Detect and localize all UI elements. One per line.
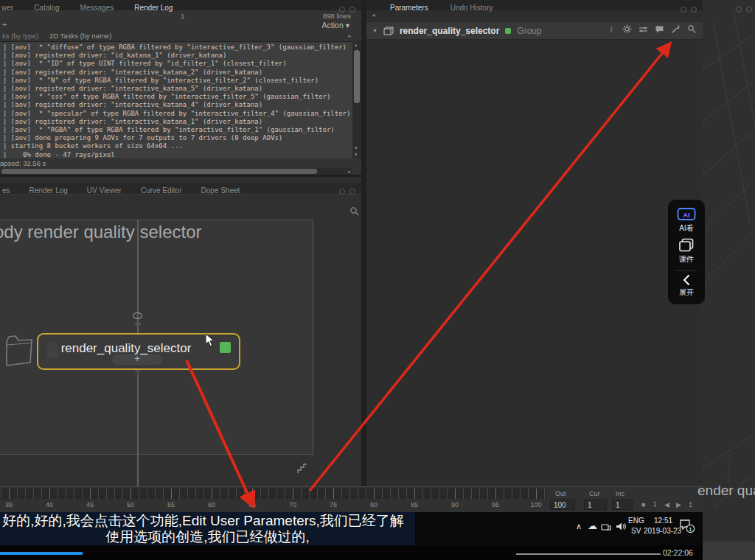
node-status-green bbox=[505, 28, 511, 34]
tick-label-3: 50 bbox=[127, 501, 134, 508]
scroll-down-icon[interactable]: ▾ bbox=[355, 145, 358, 151]
expand-plus-icon[interactable]: + bbox=[112, 354, 162, 364]
collapse-triangle-icon[interactable]: ▼ bbox=[372, 28, 378, 33]
wrench-icon[interactable] bbox=[671, 24, 681, 34]
tick-label-11: 90 bbox=[451, 501, 459, 508]
video-progress-played[interactable] bbox=[0, 552, 83, 555]
node-graph-tab-1[interactable]: Render Log bbox=[29, 186, 68, 196]
gear-icon[interactable] bbox=[622, 24, 632, 34]
input-port-icon[interactable] bbox=[133, 312, 142, 319]
frame-back-icon[interactable]: ◀ bbox=[664, 500, 669, 510]
cloud-icon[interactable]: ☁ bbox=[588, 520, 597, 531]
tray-clock-date[interactable]: 2019-03-23 bbox=[644, 527, 681, 535]
log-horizontal-scrollbar[interactable]: ▸ bbox=[0, 168, 352, 175]
key-prev-icon[interactable]: ↧ bbox=[652, 500, 658, 510]
timeline-ticks[interactable] bbox=[0, 489, 546, 499]
action-dropdown[interactable]: Action ▾ bbox=[322, 21, 349, 29]
tick-label-0: 35 bbox=[5, 501, 13, 508]
sidebar-label: 课件 bbox=[668, 254, 705, 265]
subtab-by-type[interactable]: ks (by type) bbox=[2, 32, 38, 40]
pane-controls[interactable] bbox=[676, 2, 697, 15]
subtab-by-name[interactable]: 2D Tasks (by name) bbox=[49, 32, 111, 40]
node-graph-tab-2[interactable]: UV Viewer bbox=[87, 186, 122, 196]
sidebar-item-ai-view[interactable]: AI AI看 bbox=[668, 207, 705, 234]
out-label: Out bbox=[555, 490, 566, 497]
video-player-bar: 02:22:06 bbox=[0, 545, 703, 560]
tick-label-12: 95 bbox=[492, 501, 499, 508]
tray-language-primary[interactable]: ENG bbox=[628, 517, 644, 525]
node-graph-tab-4[interactable]: Dope Sheet bbox=[201, 186, 240, 196]
sidebar-label: AI看 bbox=[668, 223, 705, 234]
scroll-thumb-h[interactable] bbox=[1, 169, 317, 174]
viewport-grid bbox=[703, 0, 755, 560]
node-expand-area[interactable]: + bbox=[112, 354, 162, 365]
scroll-down-icon-2[interactable]: ▾ bbox=[355, 152, 358, 158]
tick-label-4: 55 bbox=[167, 501, 175, 508]
key-next-icon[interactable]: ↥ bbox=[688, 500, 694, 510]
group-node-icon bbox=[383, 27, 394, 35]
collapse-icon bbox=[668, 274, 705, 286]
inc-label: Inc bbox=[616, 490, 624, 497]
sidebar-label: 展开 bbox=[668, 287, 705, 298]
log-line-13: | 0% done - 47 rays/pixel bbox=[3, 151, 352, 158]
add-button[interactable]: + bbox=[2, 20, 7, 29]
tray-expand-icon[interactable]: ∧ bbox=[576, 522, 582, 531]
log-vertical-scrollbar[interactable]: ▴ ▾ ▾ bbox=[352, 41, 361, 158]
log-line-5: | [aov] registered driver: "interactive_… bbox=[3, 85, 352, 93]
scroll-right-icon[interactable]: ▸ bbox=[348, 169, 351, 175]
courseware-icon bbox=[668, 238, 705, 253]
filter-icon[interactable]: ▸ bbox=[348, 33, 351, 39]
log-line-0: | [aov] * "diffuse" of type RGBA filtere… bbox=[3, 43, 352, 52]
video-progress-line[interactable] bbox=[516, 553, 661, 555]
tick-label-13: 100 bbox=[530, 501, 541, 508]
pin-icon[interactable] bbox=[607, 25, 616, 34]
frame-forward-icon[interactable]: ▶ bbox=[676, 500, 681, 510]
log-line-8: | [aov] * "specular" of type RGBA filter… bbox=[3, 110, 352, 118]
panel-divider-v[interactable] bbox=[361, 0, 366, 486]
caret-down-icon: ▾ bbox=[346, 21, 349, 29]
scroll-up-icon[interactable]: ▴ bbox=[355, 42, 358, 48]
node-graph-tab-0[interactable]: es bbox=[2, 186, 10, 196]
svg-text:AI: AI bbox=[683, 211, 690, 219]
tray-clock-time[interactable]: 12:51 bbox=[654, 517, 672, 525]
group-folder-icon bbox=[3, 329, 37, 373]
node-graph-tab-3[interactable]: Curve Editor bbox=[141, 186, 182, 196]
log-line-10: | [aov] * "RGBA" of type RGBA filtered b… bbox=[3, 126, 352, 134]
search-icon[interactable] bbox=[349, 206, 360, 217]
out-field[interactable]: 100 bbox=[550, 500, 575, 510]
stop-icon[interactable]: ■ bbox=[641, 500, 645, 510]
parameters-tab-1[interactable]: Undo History bbox=[450, 3, 493, 13]
tick-label-9: 80 bbox=[370, 501, 378, 508]
pane-controls[interactable] bbox=[335, 184, 355, 197]
log-line-6: | [aov] * "sss" of type RGBA filtered by… bbox=[3, 93, 352, 101]
log-line-9: | [aov] registered driver: "interactive_… bbox=[3, 118, 352, 126]
wire-arrow-icon bbox=[134, 323, 142, 328]
cur-field[interactable]: 1 bbox=[584, 500, 607, 510]
inc-field[interactable]: 1 bbox=[612, 500, 633, 510]
network-icon[interactable] bbox=[601, 523, 611, 531]
timeline-bar[interactable]: 35404550556065707580859095100 Out 100 Cu… bbox=[0, 486, 703, 512]
sliders-icon[interactable] bbox=[639, 25, 648, 34]
node-type-label: Group bbox=[517, 26, 541, 36]
render-log-output: | [aov] * "diffuse" of type RGBA filtere… bbox=[0, 41, 352, 158]
scroll-thumb[interactable] bbox=[354, 50, 360, 103]
search-icon[interactable] bbox=[687, 24, 697, 34]
log-line-3: | [aov] registered driver: "interactive_… bbox=[3, 69, 352, 77]
notification-center-icon[interactable]: 1 bbox=[679, 518, 695, 534]
resize-corner-icon[interactable] bbox=[296, 461, 311, 475]
sidebar-item-courseware[interactable]: 课件 bbox=[668, 238, 705, 265]
page-indicator: 1 bbox=[181, 12, 184, 20]
volume-icon[interactable] bbox=[616, 522, 627, 531]
log-line-7: | [aov] registered driver: "interactive_… bbox=[3, 101, 352, 109]
tick-label-7: 70 bbox=[289, 501, 296, 508]
tick-label-1: 40 bbox=[46, 501, 53, 508]
parameters-tab-0[interactable]: Parameters bbox=[390, 3, 428, 13]
tray-language-secondary[interactable]: SV bbox=[631, 527, 641, 535]
sidebar-item-collapse[interactable]: 展开 bbox=[668, 274, 705, 298]
back-arrow-icon[interactable]: ◄ bbox=[371, 13, 376, 18]
parameters-panel: ParametersUndo History ◄ ▼ render_qualit… bbox=[366, 0, 703, 486]
pane-controls[interactable] bbox=[731, 2, 752, 15]
log-line-2: | [aov] * "ID" of type UINT filtered by … bbox=[3, 60, 352, 68]
log-line-11: | [aov] done preparing 9 AOVs for 7 outp… bbox=[3, 134, 352, 142]
comment-icon[interactable] bbox=[655, 25, 664, 34]
